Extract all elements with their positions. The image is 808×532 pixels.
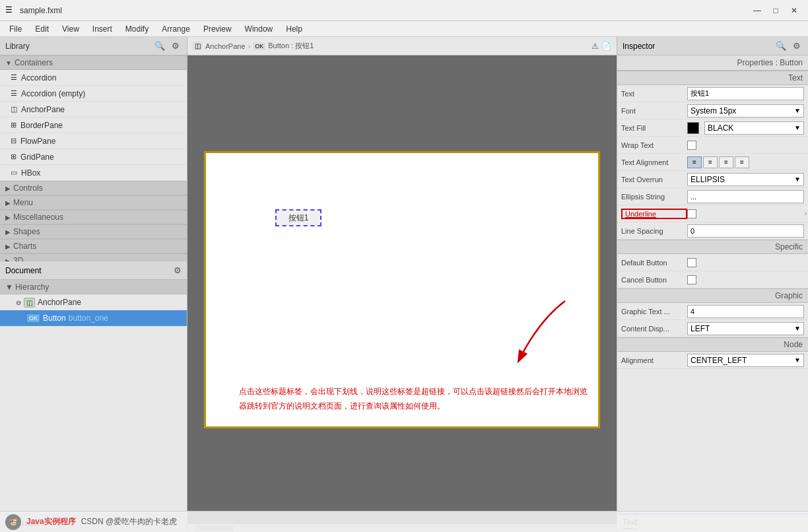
library-header: Library 🔍 ⚙ <box>0 37 187 55</box>
defaultbutton-row: Default Button <box>617 254 808 271</box>
font-dropdown[interactable]: System 15px ▼ <box>687 104 804 117</box>
document-settings-icon[interactable]: ⚙ <box>174 265 182 275</box>
underline-side-arrow[interactable]: › <box>805 210 807 217</box>
breadcrumb-action-btn[interactable]: 📄 <box>601 42 611 51</box>
ellipsis-input[interactable] <box>687 190 804 203</box>
containers-arrow: ▼ <box>5 59 12 67</box>
text-property-row: Text <box>617 85 808 102</box>
section-controls[interactable]: ▶ Controls <box>0 181 187 195</box>
color-box-black[interactable] <box>687 122 699 134</box>
breadcrumb-bar: ◫ AnchorPane › OK Button : 按钮1 ⚠ 📄 <box>187 37 617 55</box>
contentdisplay-label: Content Disp... <box>621 325 687 333</box>
library-item-anchorpane[interactable]: ◫ AnchorPane <box>0 102 187 117</box>
watermark-text1: Java实例程序 <box>26 516 76 527</box>
align-center-btn[interactable]: ≡ <box>703 156 718 168</box>
graphictext-input[interactable] <box>687 305 804 318</box>
hierarchy-header: ▼ Hierarchy <box>0 280 187 294</box>
hierarchy-item-button[interactable]: OK Button button_one <box>0 310 187 326</box>
textoverrun-dropdown[interactable]: ELLIPSIS ▼ <box>687 173 804 186</box>
textoverrun-property-row: Text Overrun ELLIPSIS ▼ <box>617 171 808 188</box>
menu-help[interactable]: Help <box>279 23 309 35</box>
contentdisplay-dropdown[interactable]: LEFT ▼ <box>687 322 804 335</box>
linespacing-input[interactable] <box>687 224 804 238</box>
white-canvas: 按钮1 点击这些标题标签，会出现下划线，说明这些标签是超链接，可以点击该超链接然… <box>204 151 600 428</box>
library-item-gridpane[interactable]: ⊞ GridPane <box>0 149 187 165</box>
menu-insert[interactable]: Insert <box>86 23 119 35</box>
library-settings-btn[interactable]: ⚙ <box>170 40 182 51</box>
alignment-dropdown[interactable]: CENTER_LEFT ▼ <box>687 354 804 367</box>
menu-view[interactable]: View <box>55 23 86 35</box>
breadcrumb-button[interactable]: Button : 按钮1 <box>268 41 314 51</box>
library-item-accordion-empty[interactable]: ☰ Accordion (empty) <box>0 86 187 102</box>
textoverrun-dropdown-arrow: ▼ <box>794 176 801 183</box>
menu-file[interactable]: File <box>3 23 28 35</box>
maximize-button[interactable]: □ <box>767 4 784 17</box>
red-arrow <box>486 294 578 374</box>
canvas-area[interactable]: 按钮1 点击这些标题标签，会出现下划线，说明这些标签是超链接，可以点击该超链接然… <box>187 55 617 524</box>
button-widget[interactable]: 按钮1 <box>275 209 321 226</box>
menu-arrange[interactable]: Arrange <box>155 23 197 35</box>
underline-checkbox[interactable] <box>687 209 696 218</box>
right-panel: Inspector 🔍 ⚙ Properties : Button Text T… <box>617 37 808 532</box>
text-property-label: Text <box>621 90 687 98</box>
section-containers[interactable]: ▼ Containers <box>0 55 187 70</box>
section-3d[interactable]: ▶ 3D <box>0 253 187 261</box>
menu-edit[interactable]: Edit <box>28 23 55 35</box>
text-property-input[interactable] <box>687 87 804 100</box>
menubar: File Edit View Insert Modify Arrange Pre… <box>0 21 808 37</box>
breadcrumb-warning-btn[interactable]: ⚠ <box>591 42 599 51</box>
textfill-dropdown-arrow: ▼ <box>794 124 801 131</box>
hierarchy-button-id: button_one <box>69 314 108 323</box>
inspector-search-btn[interactable]: 🔍 <box>774 40 788 51</box>
textfill-dropdown[interactable]: BLACK ▼ <box>704 121 804 135</box>
textalign-property-row: Text Alignment ≡ ≡ ≡ ≡ <box>617 154 808 171</box>
document-header: Document ⚙ <box>0 261 187 280</box>
cancelbutton-checkbox[interactable] <box>687 275 696 284</box>
section-shapes[interactable]: ▶ Shapes <box>0 224 187 239</box>
section-charts[interactable]: ▶ Charts <box>0 239 187 253</box>
button-widget-label: 按钮1 <box>288 213 309 224</box>
text-section-header: Text <box>617 71 808 85</box>
align-left-btn[interactable]: ≡ <box>687 156 702 168</box>
defaultbutton-label: Default Button <box>621 259 687 267</box>
menu-preview[interactable]: Preview <box>197 23 238 35</box>
anchorpane-hierarchy-icon: ◫ <box>24 298 35 308</box>
borderpane-icon: ⊞ <box>11 121 17 129</box>
document-section: Document ⚙ ▼ Hierarchy ⊖ ◫ AnchorPane OK… <box>0 261 187 532</box>
font-property-row: Font System 15px ▼ <box>617 102 808 119</box>
breadcrumb-button-icon: OK <box>253 42 265 50</box>
charts-label: Charts <box>13 242 36 251</box>
underline-label[interactable]: Underline <box>621 209 687 219</box>
underline-property-row: Underline › <box>617 205 808 222</box>
contentdisplay-dropdown-arrow: ▼ <box>794 325 801 332</box>
center-panel: ◫ AnchorPane › OK Button : 按钮1 ⚠ 📄 按钮1 <box>187 37 617 532</box>
titlebar: ☰ sample.fxml — □ ✕ <box>0 0 808 21</box>
inspector-settings-btn[interactable]: ⚙ <box>791 40 803 51</box>
gridpane-icon: ⊞ <box>11 152 17 161</box>
defaultbutton-checkbox[interactable] <box>687 258 696 267</box>
section-misc[interactable]: ▶ Miscellaneous <box>0 210 187 224</box>
align-right-btn[interactable]: ≡ <box>719 156 733 168</box>
breadcrumb-anchorpane[interactable]: AnchorPane <box>205 42 246 50</box>
misc-label: Miscellaneous <box>13 213 63 222</box>
menu-modify[interactable]: Modify <box>119 23 155 35</box>
hierarchy-item-anchorpane[interactable]: ⊖ ◫ AnchorPane <box>0 294 187 310</box>
close-button[interactable]: ✕ <box>786 4 803 17</box>
watermark: 🐮 Java实例程序 CSDN @爱吃牛肉的卡老虎 <box>0 511 808 532</box>
accordion-empty-icon: ☰ <box>11 89 17 98</box>
wraptext-checkbox[interactable] <box>687 141 696 150</box>
minimize-button[interactable]: — <box>749 4 766 17</box>
library-item-accordion[interactable]: ☰ Accordion <box>0 70 187 86</box>
inspector-title: Inspector <box>623 42 655 51</box>
library-search-btn[interactable]: 🔍 <box>152 40 167 51</box>
wraptext-label: Wrap Text <box>621 141 687 149</box>
contentdisplay-row: Content Disp... LEFT ▼ <box>617 320 808 337</box>
align-buttons: ≡ ≡ ≡ ≡ <box>687 156 749 168</box>
menu-window[interactable]: Window <box>238 23 280 35</box>
library-item-borderpane[interactable]: ⊞ BorderPane <box>0 117 187 133</box>
library-item-flowpane[interactable]: ⊟ FlowPane <box>0 133 187 149</box>
library-item-hbox[interactable]: ▭ HBox <box>0 165 187 181</box>
section-menu[interactable]: ▶ Menu <box>0 195 187 210</box>
library-title: Library <box>5 42 30 51</box>
align-justify-btn[interactable]: ≡ <box>735 156 749 168</box>
